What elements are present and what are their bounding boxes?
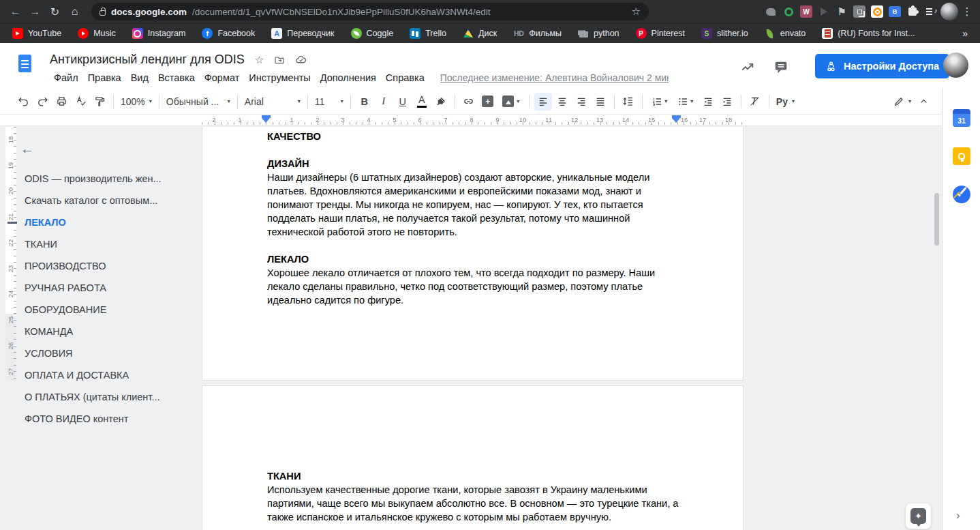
line-spacing-button[interactable] bbox=[619, 93, 637, 111]
cloud-saved-icon[interactable] bbox=[295, 54, 307, 65]
outline-item[interactable]: ТКАНИ bbox=[25, 233, 162, 255]
align-left-button[interactable] bbox=[534, 93, 552, 111]
highlight-color-button[interactable] bbox=[432, 93, 450, 111]
address-bar[interactable]: docs.google.com /document/d/1_qvVfWCbNSE… bbox=[91, 3, 649, 20]
open-comments-icon[interactable] bbox=[774, 59, 788, 74]
underline-button[interactable]: U bbox=[394, 93, 412, 111]
spellcheck-button[interactable] bbox=[72, 93, 89, 111]
outline-item[interactable]: ПРОИЗВОДСТВО bbox=[25, 255, 162, 277]
insights-icon[interactable] bbox=[740, 59, 755, 74]
bookmark-instagram[interactable]: Instagram bbox=[132, 28, 186, 39]
hide-side-panel-icon[interactable]: › bbox=[956, 509, 960, 522]
outline-item[interactable]: КОМАНДА bbox=[25, 321, 162, 342]
document-page-2[interactable]: ТКАНИ Используем качественные дорогие тк… bbox=[202, 385, 744, 530]
document-title[interactable]: Антикризисный лендинг для ODIS bbox=[50, 53, 245, 67]
reload-icon[interactable]: ↻ bbox=[46, 3, 63, 20]
undo-button[interactable] bbox=[14, 93, 32, 111]
menu-view[interactable]: Вид bbox=[126, 71, 153, 85]
browser-profile-avatar[interactable] bbox=[940, 3, 958, 20]
google-tasks-icon[interactable] bbox=[953, 186, 970, 203]
font-select[interactable]: Arial▾ bbox=[242, 96, 303, 107]
menu-file[interactable]: Файл bbox=[49, 71, 83, 85]
insert-image-button[interactable]: ▾ bbox=[498, 93, 524, 111]
back-icon[interactable]: ← bbox=[7, 3, 24, 20]
bookmark-fonts[interactable]: (RU) Fonts for Inst... bbox=[822, 28, 915, 39]
playlist-extension-icon[interactable] bbox=[923, 4, 938, 19]
extensions-puzzle-icon[interactable] bbox=[905, 4, 920, 19]
paragraph-style-select[interactable]: Обычный ...▾ bbox=[164, 96, 233, 107]
left-indent-marker[interactable] bbox=[262, 115, 271, 123]
outline-item-active[interactable]: ЛЕКАЛО bbox=[25, 211, 162, 233]
paint-format-button[interactable] bbox=[91, 93, 108, 111]
arrow-extension-icon[interactable] bbox=[816, 4, 831, 19]
bookmark-drive[interactable]: Диск bbox=[463, 28, 497, 39]
justify-button[interactable] bbox=[592, 93, 609, 111]
bookmark-python-folder[interactable]: python bbox=[578, 28, 619, 39]
tag-extension-icon[interactable]: B bbox=[889, 6, 901, 17]
redo-button[interactable] bbox=[33, 93, 51, 111]
align-center-button[interactable] bbox=[553, 93, 571, 111]
vertical-ruler[interactable]: 18 19 20 21 22 23 24 25 26 27 bbox=[5, 127, 16, 381]
bulleted-list-button[interactable]: ▾ bbox=[673, 93, 698, 111]
italic-button[interactable]: I bbox=[375, 93, 393, 111]
bookmark-facebook[interactable]: fFacebook bbox=[202, 28, 255, 39]
font-size-select[interactable]: 11▾ bbox=[312, 96, 346, 107]
bookmark-envato[interactable]: envato bbox=[765, 28, 806, 39]
account-avatar[interactable] bbox=[943, 53, 968, 78]
bookmark-music[interactable]: Music bbox=[78, 28, 116, 39]
star-document-icon[interactable]: ☆ bbox=[255, 54, 264, 66]
vertical-scrollbar-thumb[interactable] bbox=[934, 193, 939, 246]
menu-addons[interactable]: Дополнения bbox=[316, 71, 381, 85]
spiral-extension-icon[interactable] bbox=[871, 5, 883, 18]
outline-item[interactable]: ODIS — производитель жен... bbox=[25, 168, 162, 190]
outline-item[interactable]: Скачать каталог с оптовым... bbox=[25, 190, 162, 211]
input-language-select[interactable]: Ру▾ bbox=[774, 96, 797, 107]
bookmark-films[interactable]: HDФильмы bbox=[513, 28, 562, 39]
print-button[interactable] bbox=[52, 93, 70, 111]
bookmark-pinterest[interactable]: PPinterest bbox=[636, 28, 685, 39]
google-calendar-icon[interactable]: 31 bbox=[953, 109, 970, 127]
menu-insert[interactable]: Вставка bbox=[153, 71, 200, 85]
right-indent-marker[interactable] bbox=[672, 115, 681, 123]
flag-extension-icon[interactable]: ⚑ bbox=[834, 4, 849, 19]
forward-icon[interactable]: → bbox=[27, 3, 44, 20]
home-icon[interactable]: ⌂ bbox=[66, 3, 83, 20]
bookmark-youtube[interactable]: YouTube bbox=[12, 28, 61, 39]
horizontal-ruler[interactable]: 2 1 1 2 3 4 5 6 7 8 9 10 11 12 13 14 15 … bbox=[0, 115, 942, 126]
align-right-button[interactable] bbox=[572, 93, 590, 111]
increase-indent-button[interactable] bbox=[718, 93, 736, 111]
bookmark-star-icon[interactable]: ☆ bbox=[632, 5, 641, 18]
insert-link-button[interactable] bbox=[460, 93, 478, 111]
menu-tools[interactable]: Инструменты bbox=[244, 71, 315, 85]
document-page-1[interactable]: КАЧЕСТВО ДИЗАЙН Наши дизайнеры (6 штатны… bbox=[202, 127, 744, 381]
bold-button[interactable]: B bbox=[356, 93, 373, 111]
outline-item[interactable]: О ПЛАТЬЯХ (цитаты клиент... bbox=[25, 386, 162, 408]
word-extension-icon[interactable]: W bbox=[800, 5, 812, 18]
add-comment-button[interactable]: + bbox=[479, 93, 497, 111]
bookmark-slither[interactable]: Sslither.io bbox=[701, 28, 748, 39]
collapse-toolbar-button[interactable] bbox=[915, 93, 932, 111]
share-settings-button[interactable]: Настройки Доступа bbox=[815, 54, 949, 78]
text-color-button[interactable]: A bbox=[413, 93, 431, 111]
google-keep-icon[interactable] bbox=[953, 147, 970, 165]
bookmark-coggle[interactable]: Coggle bbox=[351, 28, 394, 39]
move-to-folder-icon[interactable] bbox=[274, 55, 285, 65]
bird-extension-icon[interactable] bbox=[763, 4, 778, 19]
menu-edit[interactable]: Правка bbox=[83, 71, 126, 85]
google-docs-logo[interactable] bbox=[18, 55, 31, 72]
outline-item[interactable]: РУЧНАЯ РАБОТА bbox=[25, 277, 162, 299]
close-outline-button[interactable]: ← bbox=[20, 142, 34, 156]
browser-menu-kebab-icon[interactable]: ⋮ bbox=[961, 5, 973, 18]
outline-item[interactable]: ФОТО ВИДЕО контент bbox=[25, 408, 162, 430]
bookmark-trello[interactable]: Trello bbox=[410, 28, 446, 39]
last-edit-link[interactable]: Последнее изменение: Алевтина Войналович… bbox=[440, 72, 669, 83]
clear-formatting-button[interactable] bbox=[746, 93, 764, 111]
outline-item[interactable]: ОБОРУДОВАНИЕ bbox=[25, 299, 162, 321]
editing-mode-select[interactable]: ▾ bbox=[891, 96, 914, 107]
outline-item[interactable]: УСЛОВИЯ bbox=[25, 342, 162, 364]
numbered-list-button[interactable]: ▾ bbox=[647, 93, 672, 111]
menu-help[interactable]: Справка bbox=[381, 71, 429, 85]
zoom-select[interactable]: 100%▾ bbox=[118, 96, 155, 107]
bookmarks-overflow-icon[interactable]: » bbox=[962, 28, 968, 39]
menu-format[interactable]: Формат bbox=[200, 71, 245, 85]
